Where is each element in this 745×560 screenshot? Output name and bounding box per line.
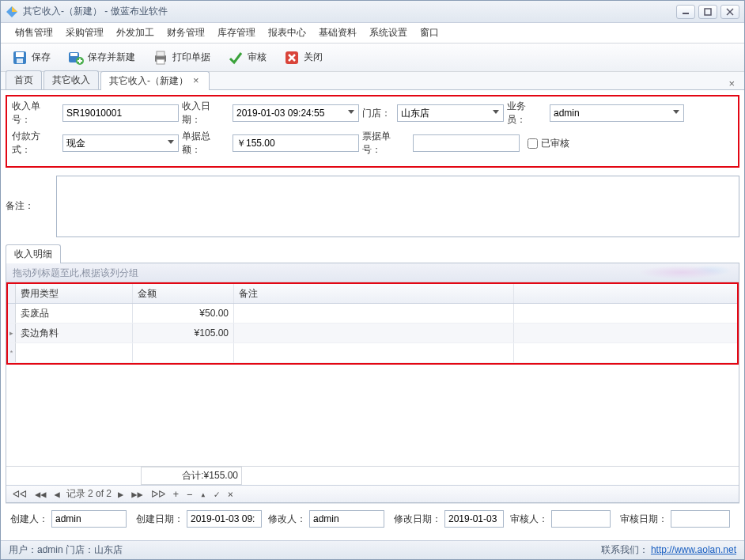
- detail-grid: 拖动列标题至此,根据该列分组 费用类型 金额 备注 卖废品 ¥50.00 ▸ 卖…: [6, 263, 739, 503]
- tab-close-icon[interactable]: ×: [193, 78, 201, 85]
- minimize-button[interactable]: [676, 5, 695, 19]
- document-tabs: 首页 其它收入 其它收入-（新建） × ×: [1, 72, 744, 90]
- store-select[interactable]: [397, 104, 504, 122]
- table-row[interactable]: 卖废品 ¥50.00: [8, 304, 737, 324]
- audit-date-input[interactable]: [671, 510, 730, 528]
- totals-cell: 合计:¥155.00: [141, 467, 242, 485]
- audit-button[interactable]: 审核: [225, 47, 270, 68]
- menu-window[interactable]: 窗口: [415, 24, 444, 42]
- save-icon: [12, 50, 28, 66]
- label-pay-method: 付款方式：: [12, 130, 59, 157]
- menubar: 销售管理 采购管理 外发加工 财务管理 库存管理 报表中心 基础资料 系统设置 …: [1, 23, 744, 44]
- grid-navigator: ᐊᐊ ◀◀ ◀ 记录 2 of 2 ▶ ▶▶ ᐅᐅ + − ▴ ✓ ×: [6, 485, 739, 502]
- label-create-date: 创建日期：: [136, 513, 183, 526]
- table-row-new[interactable]: *: [8, 343, 737, 363]
- status-link[interactable]: http://www.aolan.net: [651, 544, 736, 555]
- nav-prev-page[interactable]: ◀◀: [33, 489, 47, 500]
- bill-no-input[interactable]: [413, 134, 520, 152]
- label-store: 门店：: [362, 107, 394, 120]
- label-audited: 已审核: [541, 137, 569, 150]
- nav-first[interactable]: ᐊᐊ: [11, 489, 28, 500]
- statusbar: 用户：admin 门店：山东店 联系我们： http://www.aolan.n…: [1, 540, 744, 559]
- menu-basedata[interactable]: 基础资料: [314, 24, 361, 42]
- close-button[interactable]: 关闭: [281, 47, 326, 68]
- nav-cancel[interactable]: ×: [226, 489, 235, 500]
- label-total: 单据总额：: [182, 130, 229, 157]
- nav-edit[interactable]: ▴: [199, 489, 207, 500]
- menu-sales[interactable]: 销售管理: [10, 24, 58, 42]
- tab-other-income[interactable]: 其它收入: [43, 70, 99, 89]
- main-content: 收入单号： 收入日期： 门店： 业务员： 付款方式： 单据总额： 票据单号： 已…: [1, 90, 744, 540]
- svg-rect-8: [17, 59, 23, 63]
- nav-next[interactable]: ▶: [116, 489, 125, 500]
- menu-outsource[interactable]: 外发加工: [112, 24, 159, 42]
- print-icon: [153, 50, 168, 66]
- col-remark[interactable]: 备注: [234, 284, 514, 303]
- close-icon: [284, 50, 300, 66]
- total-input[interactable]: [233, 134, 359, 152]
- creator-input[interactable]: [51, 510, 127, 528]
- col-amount[interactable]: 金额: [133, 284, 234, 303]
- label-modify-date: 修改日期：: [394, 513, 441, 526]
- svg-rect-10: [70, 53, 78, 56]
- table-row[interactable]: ▸ 卖边角料 ¥105.00: [8, 324, 737, 343]
- menu-reports[interactable]: 报表中心: [263, 24, 311, 42]
- totals-bar: 合计:¥155.00: [6, 466, 739, 485]
- nav-commit[interactable]: ✓: [212, 489, 221, 500]
- print-button[interactable]: 打印单据: [149, 47, 214, 68]
- window-title: 其它收入-（新建） - 傲蓝布业软件: [23, 5, 676, 18]
- group-by-hint[interactable]: 拖动列标题至此,根据该列分组: [6, 263, 739, 282]
- menu-inventory[interactable]: 库存管理: [213, 24, 260, 42]
- svg-rect-15: [157, 51, 165, 56]
- save-and-new-button[interactable]: 保存并新建: [65, 47, 138, 68]
- pay-method-select[interactable]: [62, 134, 179, 152]
- nav-next-page[interactable]: ▶▶: [130, 489, 144, 500]
- close-all-tabs-icon[interactable]: ×: [728, 78, 739, 89]
- modify-date-input[interactable]: [444, 510, 504, 528]
- menu-settings[interactable]: 系统设置: [365, 24, 412, 42]
- save-new-icon: [68, 50, 84, 66]
- sub-tabs: 收入明细: [6, 244, 739, 263]
- receipt-date-input[interactable]: [233, 104, 359, 122]
- tab-home[interactable]: 首页: [6, 70, 42, 89]
- nav-remove[interactable]: −: [185, 489, 194, 500]
- header-form-highlight: 收入单号： 收入日期： 门店： 业务员： 付款方式： 单据总额： 票据单号： 已…: [6, 95, 739, 168]
- salesman-select[interactable]: [550, 104, 684, 122]
- auditor-input[interactable]: [551, 510, 611, 528]
- status-contact-label: 联系我们：: [601, 544, 649, 555]
- nav-last[interactable]: ᐅᐅ: [149, 489, 167, 500]
- save-button[interactable]: 保存: [9, 47, 54, 68]
- nav-add[interactable]: +: [172, 489, 180, 500]
- menu-finance[interactable]: 财务管理: [162, 24, 210, 42]
- label-remark: 备注：: [6, 176, 53, 213]
- remark-textarea[interactable]: [56, 176, 739, 237]
- label-bill-no: 票据单号：: [362, 130, 410, 157]
- create-date-input[interactable]: [187, 510, 262, 528]
- tab-other-income-new[interactable]: 其它收入-（新建） ×: [100, 71, 210, 90]
- nav-prev[interactable]: ◀: [52, 489, 61, 500]
- close-window-button[interactable]: [720, 5, 739, 19]
- svg-marker-1: [12, 6, 17, 12]
- grid-header-row: 费用类型 金额 备注: [8, 282, 737, 304]
- svg-rect-3: [705, 9, 711, 15]
- svg-rect-7: [16, 52, 24, 57]
- label-receipt-date: 收入日期：: [182, 100, 229, 127]
- tab-income-detail[interactable]: 收入明细: [6, 244, 61, 263]
- label-modifier: 修改人：: [268, 513, 306, 526]
- receipt-no-input[interactable]: [62, 104, 179, 122]
- menu-purchase[interactable]: 采购管理: [61, 24, 108, 42]
- label-receipt-no: 收入单号：: [12, 100, 59, 127]
- titlebar: 其它收入-（新建） - 傲蓝布业软件: [1, 1, 744, 23]
- footer-form: 创建人： 创建日期： 修改人： 修改日期： 审核人： 审核日期：: [6, 503, 739, 535]
- label-salesman: 业务员：: [507, 100, 546, 127]
- grid-empty-area: [6, 365, 739, 466]
- audited-checkbox[interactable]: [528, 138, 538, 149]
- modifier-input[interactable]: [309, 510, 384, 528]
- status-left: 用户：admin 门店：山东店: [9, 543, 123, 557]
- grid-highlight: 费用类型 金额 备注 卖废品 ¥50.00 ▸ 卖边角料 ¥105.00: [6, 282, 739, 365]
- col-type[interactable]: 费用类型: [16, 284, 133, 303]
- label-auditor: 审核人：: [510, 513, 548, 526]
- label-creator: 创建人：: [10, 513, 48, 526]
- maximize-button[interactable]: [698, 5, 717, 19]
- label-audit-date: 审核日期：: [620, 513, 667, 526]
